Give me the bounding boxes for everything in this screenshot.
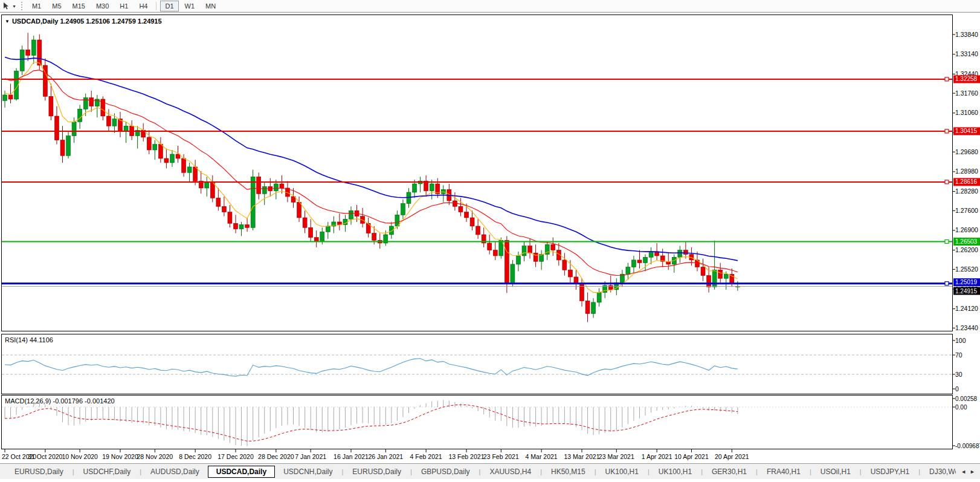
date-tick-label: 13 Feb 2021 [449,453,485,460]
candle-body [522,246,526,256]
price-tick-label: 1.28980 [955,168,978,175]
candle-body [245,225,250,228]
candle-body [251,177,255,227]
candle-body [158,145,163,158]
candle-body [585,301,590,314]
candle-body [72,122,76,135]
candle-body [592,302,596,314]
tab-usdchf-daily[interactable]: USDCHF,Daily [75,466,140,478]
candle-body [326,226,330,232]
timeframe-d1-button[interactable]: D1 [160,1,178,11]
macd-indicator-label: MACD(12,26,9) -0.001796 -0.001420 [5,397,115,405]
timeframe-mn-button[interactable]: MN [201,1,221,11]
chart-title[interactable]: ▼USDCAD,Daily 1.24905 1.25106 1.24759 1.… [5,18,162,25]
date-tick-label: 7 Jan 2021 [295,453,326,460]
candle-body [488,243,492,250]
timeframe-w1-button[interactable]: W1 [180,1,200,11]
tab-xauusd-h4[interactable]: XAUUSD,H4 [481,466,540,478]
macd-panel: 0.002580.00-0.009687 [0,395,980,449]
candle-body [470,218,474,226]
candle-body [608,285,613,290]
tab-audusd-daily[interactable]: AUDUSD,Daily [142,466,208,478]
hline-handle[interactable] [945,239,949,243]
hline-handle[interactable] [945,282,949,285]
price-tick-label: 1.28280 [955,187,978,195]
candle-body [649,252,653,257]
tab-fra40-h1[interactable]: FRA40,H1 [758,466,809,478]
candle-body [112,119,117,126]
candle-body [678,250,682,258]
price-tick-label: 1.26200 [955,246,978,253]
price-badge-label: 1.28616 [955,178,978,185]
tab-gbpusd-daily[interactable]: GBPUSD,Daily [413,466,479,478]
candle-body [210,183,214,198]
price-tick-label: 1.33840 [955,31,978,38]
tab-usdcnh-daily[interactable]: USDCNH,Daily [275,466,341,478]
tab-hk50-m15[interactable]: HK50,M15 [543,466,594,478]
date-tick-label: 10 Apr 2021 [674,453,709,460]
chart-tab-bar: EURUSD,Daily|USDCHF,Daily|AUDUSD,DailyUS… [0,463,980,479]
tab-dj30-weekly[interactable]: DJ30,Weekly [921,466,956,478]
rsi-frame [2,334,953,394]
candle-body [3,95,7,100]
date-tick-label: 20 Apr 2021 [715,453,749,460]
date-tick-label: 16 Jan 2021 [334,453,369,460]
candle-body [297,202,301,218]
tab-ger30-h1[interactable]: GER30,H1 [703,466,755,478]
date-tick-label: 4 Feb 2021 [410,453,442,460]
date-tick-label: 28 Nov 2020 [137,453,173,460]
candle-body [106,116,111,126]
timeframe-h1-button[interactable]: H1 [115,1,133,11]
toolbar-grip[interactable] [21,2,24,10]
timeframe-m15-button[interactable]: M15 [68,1,90,11]
tab-eurusd-daily[interactable]: EURUSD,Daily [344,466,410,478]
rsi-tick-label: 100 [955,337,966,344]
candle-body [631,260,636,267]
candle-body [372,233,376,241]
tab-usdcad-daily[interactable]: USDCAD,Daily [208,466,275,478]
time-axis: 22 Oct 202031 Oct 202010 Nov 202019 Nov … [0,449,980,463]
candle-body [239,225,243,229]
candle-body [153,145,157,150]
candle-body [540,255,544,262]
scroll-left-icon[interactable]: ◄ [961,469,966,475]
candle-body [54,116,59,140]
candle-body [516,256,520,264]
scroll-right-icon[interactable]: ► [970,469,975,475]
candle-body [459,206,463,212]
chart-cursor-dropdown[interactable]: ▼ [0,1,19,11]
price-axis: 1.338401.331401.324401.317601.310601.303… [953,31,980,331]
candle-body [643,257,648,262]
price-tick-label: 1.33140 [955,50,978,57]
hline-handle[interactable] [945,180,949,184]
timeframe-m5-button[interactable]: M5 [47,1,66,11]
timeframe-m1-button[interactable]: M1 [27,1,46,11]
candle-body [49,96,53,116]
candle-body [8,95,13,99]
hline-handle[interactable] [945,77,949,81]
tab-usoil-h1[interactable]: USOil,H1 [812,466,859,478]
tab-uk100-h1[interactable]: UK100,H1 [650,466,700,478]
timeframe-h4-button[interactable]: H4 [134,1,152,11]
hline-handle[interactable] [945,129,949,133]
tab-uk100-h1[interactable]: UK100,H1 [597,466,647,478]
candle-body [309,227,313,237]
date-tick-label: 4 Mar 2021 [526,453,558,460]
timeframe-m30-button[interactable]: M30 [91,1,114,11]
candle-body [563,260,567,270]
macd-tick-label: 0.00 [955,404,967,411]
candle-body [78,109,82,122]
candle-body [31,40,36,56]
date-tick-label: 1 Apr 2021 [642,453,672,460]
date-tick-label: 10 Nov 2020 [62,453,98,460]
candle-body [216,198,221,206]
main-price-chart: 1.338401.331401.324401.317601.310601.303… [0,15,980,331]
date-tick-label: 26 Jan 2021 [368,453,403,460]
candle-body [66,136,71,156]
date-tick-label: 8 Dec 2020 [179,453,211,460]
candle-body [505,240,509,282]
candle-body [147,137,151,150]
tab-eurusd-daily[interactable]: EURUSD,Daily [6,466,72,478]
tab-usdjpy-h1[interactable]: USDJPY,H1 [862,466,918,478]
candle-body [303,218,307,227]
